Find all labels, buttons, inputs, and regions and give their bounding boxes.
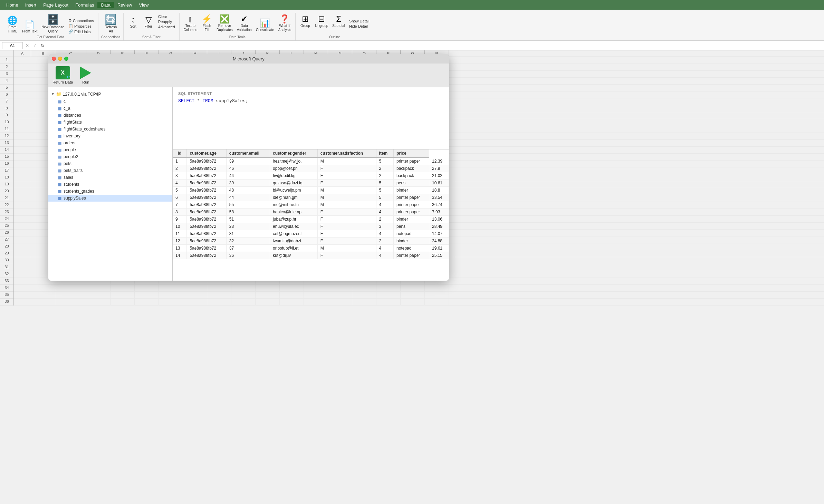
grid-cell[interactable] [14,223,31,230]
hide-detail-button[interactable]: Hide Detail [348,24,371,29]
tree-item[interactable]: ▦students_grades [48,188,172,195]
list-item[interactable]: 15ae8a988fb7239irezitmej@wijjo.M5printer… [173,157,449,165]
menu-review[interactable]: Review [114,2,136,8]
return-data-button[interactable]: X Return Data [52,66,73,84]
grid-cell[interactable] [14,98,31,105]
grid-cell[interactable] [86,299,111,306]
menu-formulas[interactable]: Formulas [72,2,97,8]
tree-item[interactable]: ▦inventory [48,133,172,139]
list-item[interactable]: 55ae8a988fb7248bi@ucweijo.pmM5binder18.8 [173,187,449,194]
grid-cell[interactable] [231,292,256,299]
row-num[interactable]: 34 [0,285,13,292]
row-num[interactable]: 23 [0,209,13,216]
grid-cell[interactable] [86,292,111,299]
menu-home[interactable]: Home [3,2,22,8]
grid-cell[interactable] [376,299,401,306]
mq-results[interactable]: _idcustomer.agecustomer.emailcustomer.ge… [173,149,449,281]
grid-cell[interactable] [231,299,256,306]
row-num[interactable]: 36 [0,299,13,306]
grid-cell[interactable] [328,299,352,306]
row-num[interactable]: 2 [0,64,13,71]
grid-cell[interactable] [14,257,31,264]
grid-cell[interactable] [207,299,231,306]
tree-item[interactable]: ▦students [48,181,172,188]
row-num[interactable]: 21 [0,195,13,202]
ungroup-button[interactable]: ⊟ Ungroup [314,14,329,29]
grid-cell[interactable] [280,285,304,292]
row-num[interactable]: 18 [0,174,13,181]
tree-item[interactable]: ▦c_a [48,105,172,112]
grid-cell[interactable] [207,285,231,292]
cell-reference[interactable] [2,42,23,49]
grid-cell[interactable] [14,230,31,236]
grid-cell[interactable] [14,188,31,195]
grid-cell[interactable] [86,285,111,292]
remove-duplicates-button[interactable]: ❎ RemoveDuplicates [215,14,234,33]
grid-cell[interactable] [14,209,31,216]
grid-cell[interactable] [111,285,135,292]
grid-cell[interactable] [256,292,280,299]
grid-cell[interactable] [401,299,425,306]
grid-cell[interactable] [183,299,207,306]
grid-cell[interactable] [55,285,86,292]
row-num[interactable]: 32 [0,271,13,278]
grid-cell[interactable] [14,105,31,112]
list-item[interactable]: 95ae8a988fb7251juba@zup.hrF2binder13.06 [173,216,449,223]
grid-cell[interactable] [425,299,449,306]
flash-fill-button[interactable]: ⚡ FlashFill [200,14,214,33]
list-item[interactable]: 45ae8a988fb7239gozuso@dazi.iqF5pens10.61 [173,180,449,187]
tree-item[interactable]: ▦people2 [48,153,172,160]
grid-cell[interactable] [280,292,304,299]
grid-cell[interactable] [376,292,401,299]
group-button[interactable]: ⊞ Group [298,14,312,29]
grid-cell[interactable] [14,250,31,257]
list-item[interactable]: 85ae8a988fb7258bapico@lule.npF4printer p… [173,209,449,216]
row-num[interactable]: 4 [0,78,13,85]
run-button[interactable]: Run [78,66,93,84]
row-num[interactable]: 26 [0,230,13,236]
row-num[interactable]: 27 [0,236,13,243]
grid-cell[interactable] [14,140,31,147]
grid-cell[interactable] [135,292,159,299]
row-num[interactable]: 30 [0,257,13,264]
tree-item[interactable]: ▦orders [48,139,172,146]
grid-cell[interactable] [111,292,135,299]
grid-cell[interactable] [14,161,31,167]
row-num[interactable]: 17 [0,167,13,174]
connections-button[interactable]: ⚙ Connections [67,18,95,23]
row-num[interactable]: 29 [0,250,13,257]
minimize-button[interactable] [58,57,62,61]
row-num[interactable]: 28 [0,243,13,250]
grid-cell[interactable] [14,167,31,174]
row-num[interactable]: 15 [0,154,13,161]
grid-cell[interactable] [135,285,159,292]
grid-cell[interactable] [14,216,31,223]
grid-cell[interactable] [14,71,31,78]
tree-item[interactable]: ▦pets_traits [48,167,172,174]
grid-cell[interactable] [111,299,135,306]
grid-cell[interactable] [304,299,328,306]
list-item[interactable]: 65ae8a988fb7244ide@man.gmM5printer paper… [173,194,449,201]
subtotal-button[interactable]: Σ Subtotal [331,14,346,29]
grid-cell[interactable] [401,292,425,299]
grid-cell[interactable] [304,292,328,299]
row-num[interactable]: 25 [0,223,13,230]
refresh-all-button[interactable]: 🔄 RefreshAll [103,14,118,34]
grid-cell[interactable] [14,278,31,285]
row-num[interactable]: 8 [0,105,13,112]
grid-cell[interactable] [135,299,159,306]
sql-area[interactable]: SQL STATEMENT SELECT * FROM supplySales; [173,87,449,149]
new-db-query-button[interactable]: 🗄️ New DatabaseQuery [40,14,66,34]
row-num[interactable]: 31 [0,264,13,271]
grid-cell[interactable] [14,271,31,278]
grid-cell[interactable] [14,133,31,140]
grid-cell[interactable] [159,299,183,306]
grid-cell[interactable] [14,78,31,85]
grid-cell[interactable] [183,285,207,292]
grid-cell[interactable] [14,285,31,292]
properties-button[interactable]: 📋 Properties [67,23,95,29]
tree-item[interactable]: ▦supplySales [48,195,172,202]
grid-cell[interactable] [14,195,31,202]
grid-cell[interactable] [55,299,86,306]
list-item[interactable]: 75ae8a988fb7255me@mibhe.tnM4printer pape… [173,201,449,209]
